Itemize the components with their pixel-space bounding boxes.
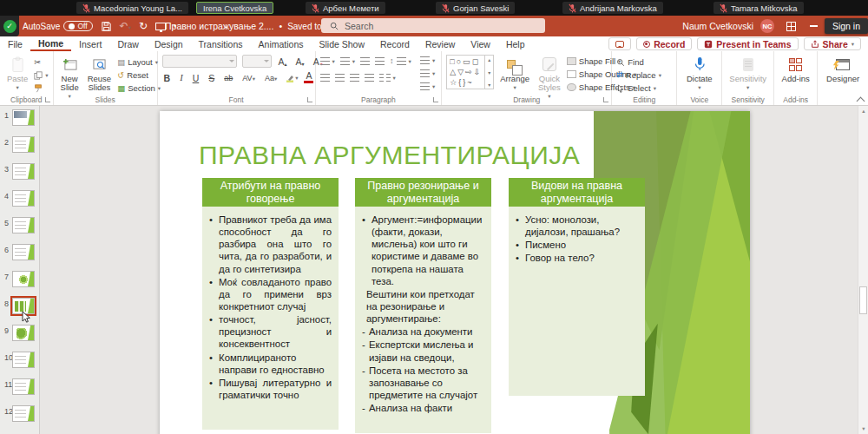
font-dialog-launcher-icon[interactable] <box>307 97 312 102</box>
save-icon[interactable] <box>101 21 112 32</box>
sign-in-tooltip[interactable]: Sign in <box>825 18 868 34</box>
autosave-switch[interactable]: Off <box>63 21 92 31</box>
shapes-more-icon[interactable]: ▾ <box>488 82 490 88</box>
bold-button[interactable]: B <box>162 73 173 83</box>
strikethrough-ab-button[interactable]: ab <box>222 74 234 82</box>
shapes-row1[interactable]: □○▭◻ <box>450 57 482 66</box>
call-participant[interactable]: Арбен Мемети <box>306 2 385 14</box>
redo-icon[interactable]: ↻ <box>139 20 148 32</box>
italic-button[interactable]: I <box>178 73 185 82</box>
slide-thumbnail[interactable] <box>12 325 35 341</box>
quick-styles-button[interactable]: Quick Styles ▾ <box>536 55 563 101</box>
shapes-scroll-down-icon[interactable]: ▾ <box>488 69 490 76</box>
tab-draw[interactable]: Draw <box>109 37 147 50</box>
tab-home[interactable]: Home <box>30 36 71 51</box>
slide-thumb-row[interactable]: 10 <box>0 352 39 376</box>
dictate-button[interactable]: Dictate ▾ <box>684 55 715 92</box>
call-participant[interactable]: Macedonian Young La... <box>76 2 188 14</box>
line-spacing-button[interactable]: ↕▾ <box>390 56 411 67</box>
cut-button[interactable]: ✂ <box>34 56 48 68</box>
select-button[interactable]: Select▾ <box>616 82 661 94</box>
strikethrough-button[interactable]: S <box>207 73 216 83</box>
slide-title[interactable]: ПРАВНА АРГУМЕНТИРАЦИЈА <box>199 141 580 170</box>
sensitivity-button[interactable]: Sensitivity ▾ <box>727 55 769 92</box>
align-text-button[interactable]: ▾ <box>420 68 435 79</box>
call-participant[interactable]: Gorjan Saveski <box>436 2 515 14</box>
reuse-slides-button[interactable]: Reuse Slides <box>85 55 114 93</box>
slide-thumb-row[interactable]: 2 <box>0 136 39 161</box>
tab-help[interactable]: Help <box>498 37 533 50</box>
reset-button[interactable]: ↺Reset <box>117 69 161 81</box>
format-painter-button[interactable] <box>34 82 48 94</box>
share-button[interactable]: Share ▾ <box>804 37 861 50</box>
call-participant[interactable]: Andrijana Markovska <box>562 2 663 14</box>
scroll-up-icon[interactable]: ▴ <box>858 106 868 116</box>
slide-thumb-row[interactable]: 3 <box>0 163 39 187</box>
record-button[interactable]: Record <box>636 37 692 50</box>
clipboard-dialog-launcher-icon[interactable] <box>45 97 50 102</box>
convert-smartart-button[interactable]: ▾ <box>420 81 435 92</box>
call-participant-active[interactable]: Irena Cvetkovska <box>196 2 273 14</box>
tab-file[interactable]: File <box>0 37 30 50</box>
slide-thumb-row[interactable]: 9 <box>0 325 39 349</box>
slide-thumbnail[interactable] <box>12 378 35 395</box>
call-participant[interactable]: Tamara Mitkovska <box>713 2 804 14</box>
slide-thumb-row[interactable]: 11 <box>0 378 39 403</box>
slide-thumb-row[interactable]: 5 <box>0 217 39 241</box>
font-size-combo[interactable] <box>242 55 272 68</box>
account-area[interactable]: Naum Cvetkovski NC <box>682 16 774 36</box>
slide-thumbnail[interactable] <box>12 244 35 260</box>
decrease-font-button[interactable]: A▾ <box>294 56 306 67</box>
slide-thumbnail[interactable] <box>12 136 35 153</box>
section-button[interactable]: ▦Section▾ <box>117 82 161 94</box>
slide-thumb-row[interactable]: 4 <box>0 190 39 214</box>
designer-button[interactable]: Designer <box>824 55 862 84</box>
slide-thumb-row[interactable]: 6 <box>0 244 39 268</box>
slide-column-3[interactable]: Видови на правна аргументација •Усно: мо… <box>509 178 645 207</box>
present-in-teams-button[interactable]: Present in Teams <box>697 37 798 50</box>
slide-thumbnail[interactable] <box>12 163 35 180</box>
replace-button[interactable]: ⇄Replace▾ <box>616 69 661 81</box>
layout-button[interactable]: ▤Layout▾ <box>117 56 161 68</box>
align-center-button[interactable] <box>335 72 345 83</box>
slide-thumb-row[interactable]: 1 <box>0 109 39 134</box>
decrease-indent-button[interactable] <box>360 56 370 67</box>
slide-thumbnail[interactable] <box>12 271 35 287</box>
highlight-button[interactable]: ▾ <box>285 73 298 83</box>
align-left-button[interactable] <box>320 72 330 83</box>
new-slide-button[interactable]: New Slide ▾ <box>58 55 82 101</box>
font-color-button[interactable]: A <box>304 72 313 82</box>
tab-transitions[interactable]: Transitions <box>191 37 251 50</box>
slide-thumb-row[interactable]: 7 <box>0 271 39 295</box>
shapes-scroll-up-icon[interactable]: ▴ <box>488 56 490 62</box>
slide-thumbnail[interactable] <box>12 109 35 126</box>
copy-button[interactable]: ▾ <box>34 69 48 81</box>
underline-button[interactable]: U <box>191 73 201 83</box>
numbering-button[interactable]: ▾ <box>340 56 355 67</box>
autosave-toggle[interactable]: AutoSave Off <box>23 21 93 31</box>
shapes-row2[interactable]: △▽⇨⇩ <box>450 68 482 76</box>
change-case-button[interactable]: Aa▾ <box>263 74 279 82</box>
ribbon-display-options-icon[interactable] <box>786 22 796 31</box>
slide-column-2[interactable]: Правно резонирање и аргументација •Аргум… <box>355 178 491 207</box>
tab-view[interactable]: View <box>463 37 498 50</box>
find-button[interactable]: Find <box>616 56 661 68</box>
vertical-scrollbar[interactable]: ▴ ▾ <box>858 106 868 434</box>
tab-record[interactable]: Record <box>372 37 418 50</box>
minimize-icon[interactable] <box>810 25 818 27</box>
tab-slide-show[interactable]: Slide Show <box>312 37 373 50</box>
tab-review[interactable]: Review <box>418 37 463 50</box>
paste-button[interactable]: Paste ▾ <box>4 55 30 92</box>
slide-thumbnail[interactable] <box>12 405 35 422</box>
paragraph-dialog-launcher-icon[interactable] <box>433 97 438 102</box>
slide-canvas[interactable]: ПРАВНА АРГУМЕНТИРАЦИЈА Атрибути на правн… <box>39 106 858 434</box>
scroll-down-icon[interactable]: ▾ <box>858 424 868 434</box>
avatar[interactable]: NC <box>760 19 774 33</box>
shapes-row3[interactable]: ☆{}~ <box>450 78 482 87</box>
scrollbar-thumb[interactable] <box>859 286 867 314</box>
search-box[interactable]: Search <box>321 18 545 33</box>
columns-button[interactable]: ▾ <box>379 72 396 83</box>
slide-thumb-row[interactable]: 12 <box>0 405 39 430</box>
comments-button[interactable] <box>608 37 631 50</box>
slide-thumbnail[interactable] <box>12 352 35 368</box>
